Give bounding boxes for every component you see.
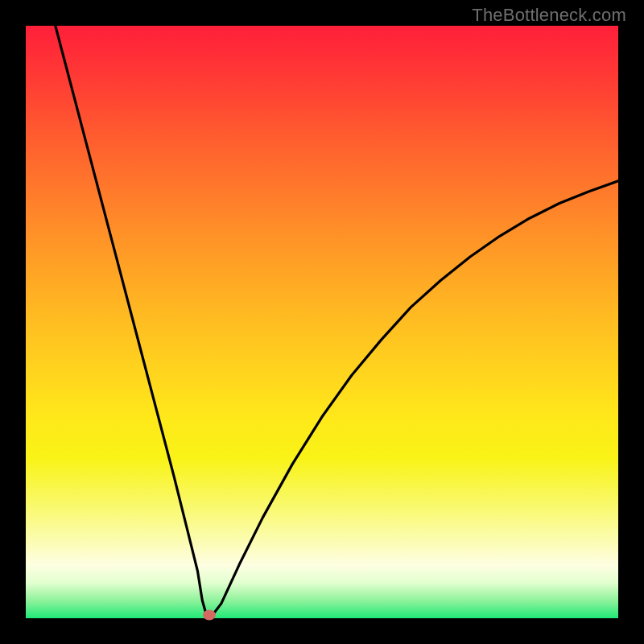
chart-frame: TheBottleneck.com (0, 0, 644, 644)
watermark-text: TheBottleneck.com (472, 5, 626, 26)
curve-svg (26, 26, 618, 618)
bottleneck-curve-path (56, 26, 618, 615)
plot-area (26, 26, 618, 618)
minimum-marker (203, 610, 216, 621)
